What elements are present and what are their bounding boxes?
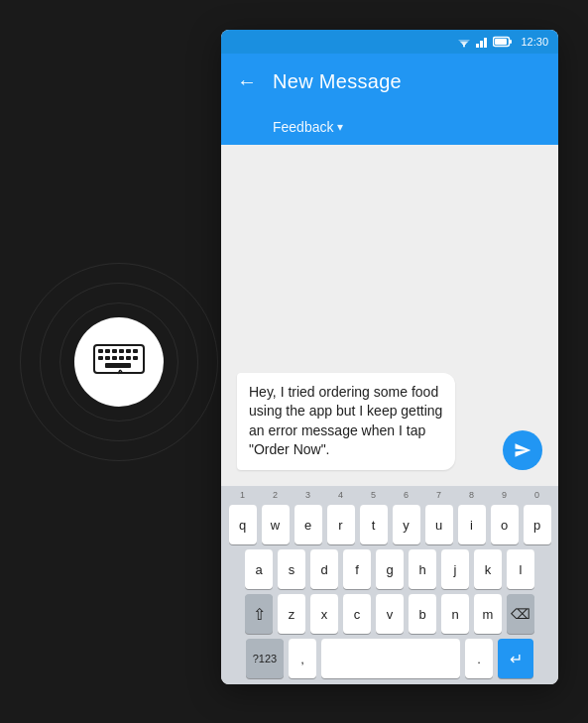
svg-rect-6 [133, 349, 138, 353]
space-key[interactable] [321, 639, 460, 678]
period-key[interactable]: . [465, 639, 493, 678]
key-m[interactable]: m [474, 594, 502, 634]
status-icons: 12:30 [457, 36, 548, 48]
key-h[interactable]: h [409, 549, 436, 589]
key-u[interactable]: u [425, 505, 453, 544]
hint-7: 7 [425, 490, 453, 500]
key-a[interactable]: a [245, 549, 273, 589]
delete-key[interactable]: ⌫ [507, 594, 534, 634]
key-t[interactable]: t [360, 505, 388, 544]
hint-5: 5 [360, 490, 388, 500]
chat-area: Hey, I tried ordering some food using th… [221, 145, 558, 486]
svg-rect-7 [98, 356, 103, 360]
svg-rect-25 [510, 40, 512, 44]
key-l[interactable]: l [507, 549, 534, 589]
keyboard-row-1: q w e r t y u i o p [225, 505, 554, 544]
key-b[interactable]: b [409, 594, 436, 634]
send-button[interactable] [503, 430, 542, 470]
hint-6: 6 [393, 490, 420, 500]
send-icon [514, 441, 531, 459]
key-j[interactable]: j [441, 549, 469, 589]
svg-rect-20 [476, 44, 479, 48]
hint-1: 1 [229, 490, 257, 500]
svg-rect-4 [119, 349, 124, 353]
key-e[interactable]: e [294, 505, 322, 544]
sub-toolbar-label[interactable]: Feedback [273, 119, 333, 135]
svg-point-19 [463, 46, 465, 48]
key-n[interactable]: n [441, 594, 469, 634]
svg-rect-13 [105, 363, 131, 368]
keyboard-icon [93, 344, 145, 380]
keyboard-row-3: ⇧ z x c v b n m ⌫ [225, 594, 554, 634]
key-k[interactable]: k [474, 549, 502, 589]
key-q[interactable]: q [229, 505, 257, 544]
number-hints-row: 1 2 3 4 5 6 7 8 9 0 [225, 490, 554, 500]
key-p[interactable]: p [524, 505, 551, 544]
hint-2: 2 [262, 490, 290, 500]
svg-rect-3 [112, 349, 117, 353]
svg-rect-1 [98, 349, 103, 353]
svg-rect-11 [126, 356, 131, 360]
keyboard-row-2: a s d f g h j k l [225, 549, 554, 589]
svg-rect-2 [105, 349, 110, 353]
key-w[interactable]: w [262, 505, 290, 544]
key-g[interactable]: g [376, 549, 404, 589]
key-f[interactable]: f [343, 549, 371, 589]
key-i[interactable]: i [458, 505, 486, 544]
key-r[interactable]: r [327, 505, 355, 544]
key-x[interactable]: x [310, 594, 338, 634]
signal-icon [475, 36, 489, 48]
svg-rect-10 [119, 356, 124, 360]
shift-key[interactable]: ⇧ [245, 594, 273, 634]
hint-9: 9 [491, 490, 519, 500]
svg-rect-21 [480, 41, 483, 48]
svg-rect-9 [112, 356, 117, 360]
ripple-container [20, 263, 218, 461]
left-panel [0, 0, 238, 723]
svg-rect-24 [495, 39, 507, 45]
key-y[interactable]: y [393, 505, 420, 544]
keyboard-bottom-row: ?123 , . ↵ [225, 639, 554, 678]
key-v[interactable]: v [376, 594, 404, 634]
app-bar-title: New Message [273, 70, 402, 93]
keyboard: 1 2 3 4 5 6 7 8 9 0 q w e r t y u i o p [221, 486, 558, 684]
battery-icon [493, 36, 513, 48]
status-bar: 12:30 [221, 30, 558, 54]
message-bubble: Hey, I tried ordering some food using th… [237, 373, 455, 470]
dropdown-arrow-icon[interactable]: ▾ [337, 120, 343, 134]
keyboard-icon-circle [74, 317, 164, 407]
hint-0: 0 [524, 490, 551, 500]
phone-mockup: 12:30 ← New Message Feedback ▾ Hey, I tr… [221, 30, 558, 684]
key-z[interactable]: z [278, 594, 305, 634]
svg-rect-5 [126, 349, 131, 353]
comma-key[interactable]: , [289, 639, 316, 678]
symbol-key[interactable]: ?123 [246, 639, 284, 678]
svg-rect-12 [133, 356, 138, 360]
hint-8: 8 [458, 490, 486, 500]
enter-key[interactable]: ↵ [498, 639, 533, 678]
status-time: 12:30 [521, 36, 548, 48]
key-s[interactable]: s [278, 549, 305, 589]
key-c[interactable]: c [343, 594, 371, 634]
hint-3: 3 [294, 490, 322, 500]
svg-rect-22 [484, 38, 487, 48]
svg-rect-8 [105, 356, 110, 360]
sub-toolbar: Feedback ▾ [221, 109, 558, 145]
key-d[interactable]: d [310, 549, 338, 589]
message-row: Hey, I tried ordering some food using th… [237, 373, 542, 470]
app-bar: ← New Message [221, 54, 558, 109]
hint-4: 4 [327, 490, 355, 500]
back-button[interactable]: ← [237, 70, 257, 93]
wifi-icon [457, 36, 471, 48]
key-o[interactable]: o [491, 505, 519, 544]
svg-line-15 [120, 370, 122, 372]
